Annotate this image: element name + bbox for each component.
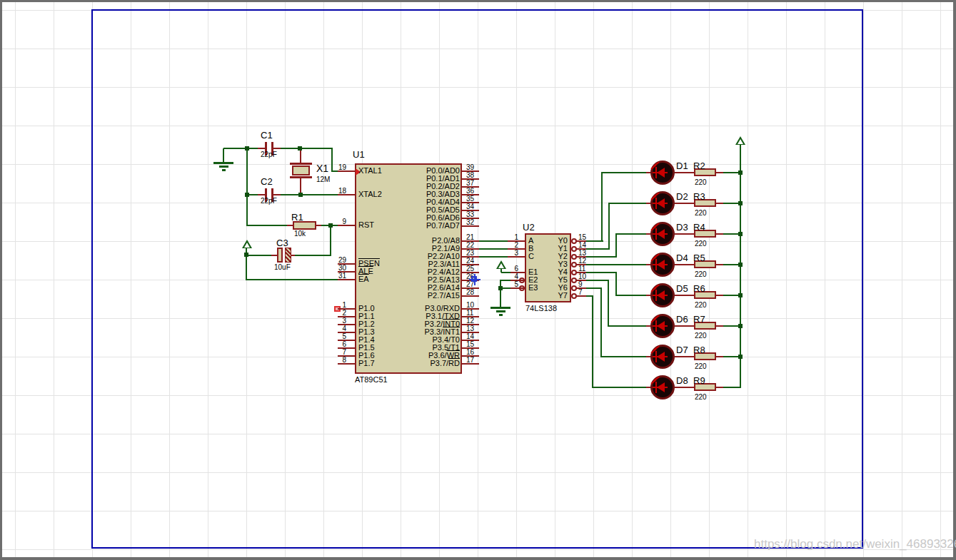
c3-ref-label: C3 <box>276 238 288 248</box>
wire <box>246 148 248 226</box>
led-resistor-row[interactable]: D4 R5 220 <box>645 252 798 280</box>
wire <box>592 387 647 388</box>
led-resistor-row[interactable]: D5 R6 220 <box>645 282 798 311</box>
resistor-ref-label: R2 <box>693 161 705 171</box>
led-resistor-row[interactable]: D8 R9 220 <box>645 375 798 403</box>
wire <box>586 248 610 250</box>
left-edge-bar <box>0 0 2 560</box>
resistor-ref-label: R3 <box>693 191 705 202</box>
led-ref-label: D2 <box>676 191 688 202</box>
junction-dot <box>298 193 303 197</box>
c2-lead <box>273 194 281 195</box>
schematic-canvas[interactable]: C1 22pF C2 22pF X1 12M R1 10k C3 10uF U1… <box>0 0 956 560</box>
wire <box>586 287 602 289</box>
top-edge-bar <box>0 0 956 2</box>
ground-bar <box>213 162 233 164</box>
wire <box>600 287 602 357</box>
resistor-ref-label: R7 <box>693 314 705 325</box>
wire <box>601 172 647 173</box>
wire <box>586 272 617 273</box>
wire <box>608 203 610 250</box>
watermark-text: https://blog.csdn.net/weixin_46893326 <box>754 537 956 551</box>
u1-pin[interactable]: 32P0.7/AD7 <box>362 219 483 229</box>
resistor-ref-label: R6 <box>693 283 705 294</box>
wire <box>500 280 501 307</box>
c2-lead <box>258 194 265 195</box>
c2-ref-label: C2 <box>261 176 273 187</box>
wire <box>608 325 647 327</box>
c1-ref-label: C1 <box>261 130 273 141</box>
u1-part-label: AT89C51 <box>355 375 388 384</box>
wire <box>608 203 647 204</box>
ground-bar <box>496 310 505 312</box>
junction-dot <box>738 293 743 297</box>
junction-dot <box>738 232 743 236</box>
crystal-x1[interactable] <box>292 166 310 175</box>
led-resistor-row[interactable]: D7 R8 220 <box>645 344 798 372</box>
wire <box>592 295 593 388</box>
resistor-value-label: 220 <box>695 178 707 186</box>
junction-dot <box>245 193 249 197</box>
junction-dot <box>738 201 743 205</box>
junction-dot <box>328 223 333 228</box>
r1-ref-label: R1 <box>291 212 303 223</box>
right-edge-bar <box>953 0 956 560</box>
resistor-ref-label: R4 <box>693 222 705 233</box>
wire <box>501 272 510 273</box>
c3-value-label: 10uF <box>274 263 291 271</box>
bottom-edge-bar <box>0 557 956 560</box>
c1-value-label: 22pF <box>261 151 277 158</box>
resistor-value-label: 220 <box>695 209 707 217</box>
resistor-value-label: 220 <box>695 240 707 248</box>
c1-lead <box>258 148 265 149</box>
wire <box>615 233 617 258</box>
resistor-ref-label: R8 <box>693 345 705 355</box>
resistor-ref-label: R5 <box>693 253 705 263</box>
power-arrow-inner <box>738 139 743 144</box>
ground-symbol[interactable] <box>223 148 224 162</box>
u1-ref-label: U1 <box>353 149 365 160</box>
power-arrow-inner <box>498 263 504 268</box>
wire <box>246 225 287 226</box>
junction-dot <box>738 355 743 359</box>
cursor-crosshair-icon <box>471 276 477 282</box>
u1-pin[interactable]: 17 P3.7/RD <box>362 357 483 367</box>
u1-pin[interactable]: 28P2.7/A15 <box>362 289 483 299</box>
wire <box>601 172 603 242</box>
led-ref-label: D6 <box>676 314 688 325</box>
led-resistor-row[interactable]: D6 R7 220 <box>645 313 798 342</box>
resistor-value-label: 220 <box>695 393 707 401</box>
wire <box>615 233 647 235</box>
capacitor-c3-plate <box>285 248 291 263</box>
u2-part-label: 74LS138 <box>525 304 557 312</box>
led-resistor-row[interactable]: D3 R4 220 <box>645 221 798 250</box>
wire <box>615 295 647 296</box>
power-arrow-inner <box>244 243 250 248</box>
u2-ref-label: U2 <box>523 222 535 233</box>
led-ref-label: D3 <box>676 222 688 233</box>
ground-bar <box>499 314 503 316</box>
resistor-value-label: 220 <box>695 362 707 370</box>
junction-dot <box>245 146 249 151</box>
ground-bar <box>490 307 510 309</box>
wire <box>600 356 647 357</box>
ground-bar <box>219 166 228 168</box>
resistor-value-label: 220 <box>695 301 707 309</box>
wire <box>608 280 609 327</box>
x1-plate <box>290 176 312 178</box>
wire <box>615 272 617 296</box>
wire <box>223 148 258 149</box>
capacitor-c3[interactable] <box>277 248 283 263</box>
x1-plate <box>290 163 312 165</box>
resistor-value-label: 220 <box>695 270 707 278</box>
wire <box>500 280 510 281</box>
junction-dot <box>738 170 743 175</box>
wire <box>330 225 331 256</box>
wire <box>586 280 609 281</box>
led-resistor-row[interactable]: D1 R2 220 <box>645 160 798 188</box>
led-ref-label: D7 <box>676 345 688 355</box>
led-resistor-row[interactable]: D2 R3 220 <box>645 190 798 219</box>
junction-dot <box>738 324 743 328</box>
wire <box>246 255 271 256</box>
led-ref-label: D1 <box>676 161 688 171</box>
